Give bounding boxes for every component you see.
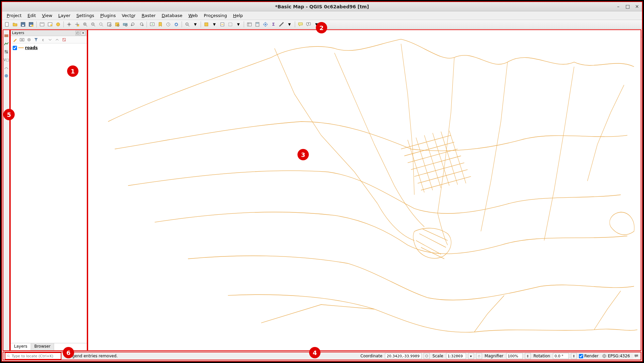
panel-undock-button[interactable]: ◰ — [75, 31, 80, 35]
layout-manager-icon[interactable] — [46, 21, 54, 28]
svg-point-10 — [56, 23, 60, 26]
deselect-menu-icon[interactable]: ▾ — [235, 21, 242, 28]
add-group-icon[interactable]: + — [19, 37, 25, 43]
layer-visibility-checkbox[interactable] — [13, 46, 17, 50]
rotation-spinner-icon[interactable]: ⇕ — [571, 353, 577, 359]
render-toggle[interactable]: Render — [579, 354, 599, 358]
annotation-icon[interactable]: T — [305, 21, 312, 28]
save-as-icon[interactable] — [27, 21, 35, 28]
menu-vector[interactable]: Vector — [119, 12, 138, 19]
maximize-button[interactable]: □ — [625, 3, 631, 9]
zoom-layer-icon[interactable] — [122, 21, 129, 28]
new-project-icon[interactable] — [3, 21, 11, 28]
remove-layer-icon[interactable] — [61, 37, 67, 43]
identify-icon[interactable]: i — [184, 21, 191, 28]
filter-expression-icon[interactable]: ε — [40, 37, 46, 43]
messages-icon[interactable] — [633, 353, 639, 359]
manage-visibility-icon[interactable] — [26, 37, 32, 43]
menu-web[interactable]: Web — [186, 12, 200, 19]
magnifier-spinner-icon[interactable]: ⇕ — [525, 353, 531, 359]
map-tips-icon[interactable] — [297, 21, 304, 28]
style-manager-icon[interactable] — [54, 21, 62, 28]
add-raster-layer-icon[interactable] — [3, 49, 9, 55]
crs-button[interactable]: EPSG:4326 — [601, 354, 631, 358]
pan-icon[interactable] — [65, 21, 73, 28]
toggle-extents-icon[interactable] — [424, 353, 430, 359]
deselect-icon[interactable] — [227, 21, 234, 28]
expand-all-icon[interactable] — [47, 37, 53, 43]
select-features-icon[interactable] — [203, 21, 210, 28]
render-checkbox[interactable] — [579, 354, 583, 358]
zoom-selection-icon[interactable] — [114, 21, 121, 28]
menu-layer[interactable]: Layer — [56, 12, 73, 19]
new-map-view-icon[interactable]: + — [149, 21, 156, 28]
menu-processing[interactable]: Processing — [201, 12, 230, 19]
layer-symbol-icon — [18, 47, 24, 48]
zoom-native-icon[interactable] — [97, 21, 105, 28]
annotation-menu-icon[interactable]: ▾ — [313, 21, 320, 28]
minimize-button[interactable]: – — [615, 3, 621, 9]
tab-layers[interactable]: Layers — [11, 343, 31, 350]
zoom-last-icon[interactable] — [130, 21, 137, 28]
add-vector-layer-icon[interactable] — [3, 41, 9, 47]
panel-close-button[interactable]: × — [81, 31, 85, 35]
main-toolbar-1: + i ▾ ▾ ▾ Σ ▾ T ▾ — [2, 20, 642, 29]
print-layout-icon[interactable] — [38, 21, 46, 28]
tab-browser[interactable]: Browser — [31, 343, 54, 350]
layer-tree[interactable]: roads — [11, 43, 87, 343]
rotation-input[interactable] — [553, 353, 569, 359]
add-mesh-layer-icon[interactable]: V□ — [3, 57, 9, 63]
measure-menu-icon[interactable]: ▾ — [286, 21, 293, 28]
layer-name-label: roads — [25, 45, 38, 50]
menu-database[interactable]: Database — [159, 12, 185, 19]
open-attribute-table-icon[interactable] — [246, 21, 253, 28]
svg-point-19 — [99, 23, 102, 25]
layers-panel: Layers ◰ × + ε roads — [10, 29, 87, 351]
scale-dropdown-icon[interactable]: ▾ — [468, 353, 474, 359]
menu-raster[interactable]: Raster — [139, 12, 158, 19]
temporal-controller-icon[interactable] — [165, 21, 172, 28]
menu-settings[interactable]: Settings — [74, 12, 97, 19]
locator[interactable] — [5, 352, 61, 360]
side-toolbar: V□ — [3, 29, 10, 351]
menu-edit[interactable]: Edit — [25, 12, 39, 19]
layer-style-icon[interactable] — [12, 37, 18, 43]
add-wms-layer-icon[interactable] — [3, 73, 9, 79]
zoom-full-icon[interactable] — [105, 21, 113, 28]
menu-plugins[interactable]: Plugins — [97, 12, 119, 19]
svg-rect-9 — [50, 24, 52, 26]
svg-point-76 — [29, 39, 30, 40]
menu-help[interactable]: Help — [230, 12, 246, 19]
coordinate-input[interactable] — [385, 353, 422, 359]
select-menu-icon[interactable]: ▾ — [211, 21, 218, 28]
close-button[interactable]: × — [634, 3, 640, 9]
new-bookmark-icon[interactable] — [157, 21, 164, 28]
svg-text:+: + — [151, 23, 154, 26]
add-delimited-text-icon[interactable] — [3, 65, 9, 71]
zoom-in-icon[interactable] — [81, 21, 89, 28]
statistics-icon[interactable]: Σ — [270, 21, 277, 28]
open-project-icon[interactable] — [11, 21, 19, 28]
refresh-icon[interactable] — [173, 21, 180, 28]
zoom-out-icon[interactable] — [89, 21, 97, 28]
menu-view[interactable]: View — [39, 12, 55, 19]
open-data-source-icon[interactable] — [3, 33, 9, 39]
field-calculator-icon[interactable] — [254, 21, 261, 28]
save-project-icon[interactable] — [19, 21, 27, 28]
magnifier-input[interactable] — [506, 353, 523, 359]
menu-project[interactable]: Project — [4, 12, 24, 19]
zoom-next-icon[interactable] — [138, 21, 145, 28]
scale-input[interactable] — [446, 353, 466, 359]
layer-roads[interactable]: roads — [12, 45, 85, 51]
pan-selection-icon[interactable] — [73, 21, 81, 28]
toolbox-icon[interactable] — [262, 21, 269, 28]
layers-panel-title: Layers — [12, 31, 24, 35]
collapse-all-icon[interactable] — [54, 37, 60, 43]
measure-icon[interactable] — [278, 21, 285, 28]
identify-menu-icon[interactable]: ▾ — [192, 21, 199, 28]
select-by-value-icon[interactable] — [219, 21, 226, 28]
map-canvas[interactable] — [87, 29, 641, 351]
filter-legend-icon[interactable] — [33, 37, 39, 43]
scale-lock-icon[interactable] — [476, 353, 482, 359]
locator-input[interactable] — [12, 354, 59, 358]
